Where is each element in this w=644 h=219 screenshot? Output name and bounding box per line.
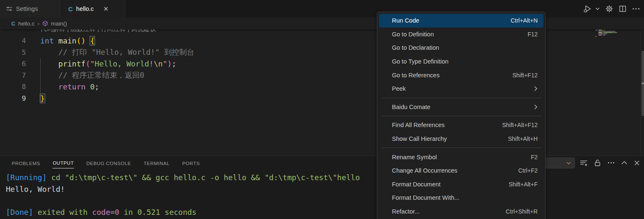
- line-number[interactable]: 9: [0, 94, 26, 102]
- menu-item-show-call-hierarchy[interactable]: Show Call HierarchyShift+Alt+H: [379, 132, 544, 146]
- minimap[interactable]: [593, 28, 640, 154]
- code-lines: 4int main() {5 // 打印 "Hello, World!" 到控制…: [0, 35, 644, 104]
- breadcrumb: C hello.c › main(): [0, 18, 644, 29]
- code-token: return: [58, 82, 85, 91]
- menu-item-peek[interactable]: Peek: [379, 82, 544, 96]
- code-token: ;: [95, 82, 99, 91]
- menu-item-refactor[interactable]: Refactor...Ctrl+Shift+R: [379, 205, 544, 219]
- menu-item-go-to-declaration[interactable]: Go to Declaration: [379, 41, 544, 55]
- code-token: printf: [58, 59, 85, 68]
- clear-output-icon[interactable]: [580, 160, 587, 166]
- close-panel-icon[interactable]: [634, 160, 640, 166]
- menu-item-go-to-definition[interactable]: Go to DefinitionF12: [379, 28, 544, 41]
- run-code-icon[interactable]: [583, 5, 594, 13]
- minimap-line: [598, 35, 603, 36]
- menu-item-shortcut: F2: [531, 154, 538, 160]
- vscode-window: 代码解释 | 函数注释 | 行间注释 | 调优建议 4int main() {5…: [0, 0, 644, 219]
- menu-item-label: Refactor...: [392, 208, 506, 215]
- code-token: ": [90, 59, 95, 68]
- c-file-icon: C: [68, 5, 73, 13]
- menu-item-label: Peek: [392, 85, 534, 92]
- indent-guide: [40, 58, 41, 104]
- menu-item-shortcut: Ctrl+F2: [518, 167, 538, 174]
- code-token: Hello, World!: [95, 59, 154, 68]
- code-token: 0: [90, 82, 95, 91]
- panel-tab-ports[interactable]: PORTS: [182, 158, 200, 168]
- menu-item-shortcut: Shift+Alt+F12: [502, 122, 538, 128]
- more-actions-icon[interactable]: [632, 8, 640, 10]
- code-token: int: [40, 36, 54, 45]
- tab-settings[interactable]: Settings: [0, 0, 62, 18]
- minimap-line: [598, 32, 603, 33]
- menu-item-find-all-references[interactable]: Find All ReferencesShift+Alt+F12: [379, 118, 544, 132]
- code-token: (): [77, 36, 86, 45]
- menu-separator: [381, 148, 541, 148]
- code-text: }: [26, 94, 45, 103]
- code-token: // 打印 "Hello, World!" 到控制台: [58, 48, 194, 56]
- chevron-down-icon: [566, 161, 571, 165]
- line-number[interactable]: 7: [0, 71, 26, 79]
- breadcrumb-file[interactable]: hello.c: [18, 20, 34, 27]
- minimap-line: [616, 32, 617, 33]
- code-text: printf("Hello, World!\n");: [26, 59, 176, 68]
- code-token: [85, 82, 90, 91]
- line-number[interactable]: 8: [0, 83, 26, 91]
- code-token: ;: [172, 59, 176, 68]
- editor-scrollbar[interactable]: [640, 29, 644, 155]
- settings-gear-icon[interactable]: [605, 5, 613, 13]
- line-number[interactable]: 4: [0, 37, 26, 45]
- panel-tab-problems[interactable]: PROBLEMS: [11, 158, 41, 168]
- menu-item-shortcut: Ctrl+Shift+R: [506, 208, 538, 215]
- menu-item-format-document-with[interactable]: Format Document With...: [379, 191, 544, 205]
- code-editor[interactable]: 代码解释 | 函数注释 | 行间注释 | 调优建议 4int main() {5…: [0, 18, 644, 155]
- menu-separator: [381, 116, 541, 116]
- menu-item-shortcut: Shift+Alt+F: [509, 181, 538, 188]
- code-line[interactable]: 9}: [0, 93, 644, 104]
- close-tab-icon[interactable]: [103, 6, 109, 12]
- tab-hello-c[interactable]: C hello.c: [62, 0, 126, 18]
- menu-item-rename-symbol[interactable]: Rename SymbolF2: [379, 150, 544, 164]
- output-token: Hello, World!: [6, 185, 65, 194]
- code-token: ): [167, 59, 172, 68]
- minimap-line: [598, 30, 601, 31]
- code-line[interactable]: 8 return 0;: [0, 81, 644, 93]
- breadcrumb-symbol[interactable]: main(): [51, 20, 67, 27]
- submenu-chevron-icon: [534, 86, 538, 92]
- code-line[interactable]: 5 // 打印 "Hello, World!" 到控制台: [0, 47, 644, 59]
- code-token: // 程序正常结束，返回0: [58, 71, 144, 79]
- menu-item-baidu-comate[interactable]: Baidu Comate: [379, 100, 544, 114]
- code-line[interactable]: 7 // 程序正常结束，返回0: [0, 70, 644, 81]
- context-menu: Run CodeCtrl+Alt+NGo to DefinitionF12Go …: [377, 12, 546, 219]
- output-console[interactable]: [Running] cd "d:\tmp\c-test\" && gcc hel…: [6, 172, 644, 218]
- unlock-icon[interactable]: [594, 159, 601, 166]
- panel-tab-debug-console[interactable]: DEBUG CONSOLE: [86, 158, 131, 168]
- submenu-chevron-icon: [534, 104, 538, 110]
- run-dropdown-chevron-icon[interactable]: [595, 7, 600, 10]
- split-editor-icon[interactable]: [619, 5, 626, 13]
- menu-item-label: Rename Symbol: [392, 154, 531, 160]
- minimap-line: [601, 30, 603, 31]
- line-number[interactable]: 6: [0, 60, 26, 68]
- menu-item-label: Format Document: [392, 181, 509, 188]
- panel-tab-output[interactable]: OUTPUT: [52, 157, 74, 168]
- menu-item-format-document[interactable]: Format DocumentShift+Alt+F: [379, 178, 544, 191]
- code-token: [40, 48, 58, 56]
- menu-separator: [381, 98, 541, 98]
- menu-item-run-code[interactable]: Run CodeCtrl+Alt+N: [379, 14, 544, 28]
- menu-item-go-to-type-definition[interactable]: Go to Type Definition: [379, 55, 544, 69]
- output-line: Hello, World!: [6, 183, 644, 195]
- menu-item-change-all-occurrences[interactable]: Change All OccurrencesCtrl+F2: [379, 164, 544, 178]
- menu-item-go-to-references[interactable]: Go to ReferencesShift+F12: [379, 68, 544, 82]
- output-token: in 0.521 seconds: [119, 208, 196, 216]
- maximize-panel-icon[interactable]: [621, 161, 627, 165]
- chevron-right-icon: ›: [37, 20, 39, 27]
- code-line[interactable]: 4int main() {: [0, 35, 644, 47]
- line-number[interactable]: 5: [0, 48, 26, 56]
- output-token: exited with: [38, 208, 92, 216]
- more-actions-icon[interactable]: [608, 162, 615, 164]
- panel-tab-terminal[interactable]: TERMINAL: [143, 158, 170, 168]
- code-token: [40, 71, 58, 79]
- code-text: // 打印 "Hello, World!" 到控制台: [26, 47, 194, 57]
- code-line[interactable]: 6 printf("Hello, World!\n");: [0, 58, 644, 70]
- menu-item-shortcut: F12: [528, 31, 538, 38]
